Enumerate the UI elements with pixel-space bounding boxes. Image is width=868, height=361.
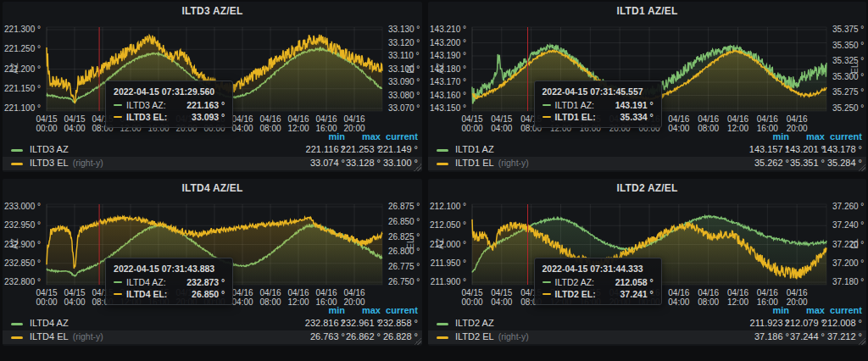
shared-crosshair-tooltip: 2022-04-15 07:31:43.883 ILTD4 AZ:232.873… — [105, 258, 233, 305]
y-axis-left-tick: 221.100 ° — [3, 104, 41, 113]
y-axis-left-tick: 221.150 ° — [3, 85, 41, 93]
panel: ILTD2 AZ/EL AZ EL 2022-04-15 07:31:44.33… — [428, 179, 866, 346]
y-axis-right-tick: 33.090 ° — [388, 78, 420, 86]
tooltip-series-name: ILTD2 AZ: — [555, 277, 595, 287]
legend-series-name[interactable]: ILTD1 AZ — [455, 144, 494, 154]
y-axis-right-tick: 33.070 ° — [388, 104, 420, 113]
y-axis-left-tick: 221.200 ° — [3, 65, 41, 74]
legend-axis-suffix: (right-y) — [498, 331, 529, 342]
panel: ILTD1 AZ/EL AZ EL 2022-04-15 07:31:45.55… — [428, 2, 866, 172]
legend-series-label: ILTD3 AZ — [30, 144, 69, 154]
series-color-marker-icon — [114, 293, 122, 295]
y-axis-left-tick: 221.250 ° — [3, 45, 41, 53]
y-axis-left-tick: 143.190 ° — [428, 52, 466, 60]
tooltip-series-row: ILTD2 EL:37.241 ° — [542, 289, 654, 299]
legend-header-current[interactable]: current — [830, 305, 862, 315]
y-axis-right-tick: 37.180 ° — [832, 278, 864, 286]
x-axis-tick-date: 04/16 — [778, 114, 815, 124]
y-axis-left-tick: 212.100 ° — [428, 203, 466, 211]
panel-title[interactable]: ILTD2 AZ/EL — [428, 182, 866, 194]
series-color-marker-icon — [542, 281, 551, 283]
tooltip-series-row: ILTD4 AZ:232.873 ° — [114, 277, 225, 287]
panel-resize-handle[interactable] — [858, 337, 865, 345]
y-axis-right-tick: 37.260 ° — [832, 203, 864, 211]
tooltip-timestamp: 2022-04-15 07:31:44.333 — [542, 264, 654, 274]
x-axis-tick-date: 04/16 — [336, 114, 373, 124]
legend-header-current[interactable]: current — [386, 305, 418, 315]
y-axis-right-tick: 37.240 ° — [832, 221, 864, 230]
y-axis-right-tick: 35.275 ° — [832, 88, 864, 97]
legend-axis-suffix: (right-y) — [73, 158, 103, 168]
y-axis-left-tick: 143.200 ° — [428, 39, 466, 47]
legend-series-label: ILTD1 EL — [455, 158, 494, 168]
shared-crosshair-tooltip: 2022-04-15 07:31:29.560 ILTD3 AZ:221.163… — [105, 81, 233, 128]
panel: ILTD4 AZ/EL AZ EL 2022-04-15 07:31:43.88… — [3, 179, 422, 346]
legend-series-name[interactable]: ILTD3 AZ — [30, 144, 69, 154]
x-axis-tick-time: 20:00 — [778, 297, 815, 307]
tooltip-series-name: ILTD4 AZ: — [126, 277, 166, 287]
legend-header-current[interactable]: current — [830, 131, 862, 142]
tooltip-timestamp: 2022-04-15 07:31:29.560 — [114, 86, 225, 97]
tooltip-series-name: ILTD3 AZ: — [126, 100, 166, 110]
legend-series-name[interactable]: ILTD2 AZ — [455, 318, 494, 328]
y-axis-left-tick: 211.950 ° — [428, 259, 466, 268]
legend-series-name[interactable]: ILTD2 EL(right-y) — [455, 331, 529, 342]
tooltip-series-name: ILTD1 EL: — [555, 112, 596, 122]
tooltip-series-value: 143.191 ° — [596, 100, 654, 110]
tooltip-series-value: 232.873 ° — [167, 277, 225, 287]
y-axis-right-tick: 33.100 ° — [388, 65, 420, 74]
tooltip-series-row: ILTD1 AZ:143.191 ° — [542, 100, 654, 110]
shared-crosshair-tooltip: 2022-04-15 07:31:44.333 ILTD2 AZ:212.058… — [534, 258, 662, 305]
legend-series-name[interactable]: ILTD4 AZ — [30, 318, 69, 328]
series-color-marker-icon — [114, 104, 122, 106]
legend-header-current[interactable]: current — [386, 131, 418, 142]
panel-title[interactable]: ILTD1 AZ/EL — [428, 5, 866, 17]
series-color-marker-icon — [542, 116, 551, 118]
tooltip-series-row: ILTD3 AZ:221.163 ° — [114, 100, 225, 110]
x-axis-tick-time: 20:00 — [336, 297, 373, 307]
tooltip-timestamp: 2022-04-15 07:31:43.883 — [114, 264, 225, 274]
y-axis-left-tick: 232.800 ° — [3, 278, 41, 286]
panel-resize-handle[interactable] — [858, 164, 865, 171]
tooltip-series-name: ILTD2 EL: — [555, 289, 596, 299]
x-axis-tick-date: 04/16 — [336, 288, 373, 297]
y-axis-right-tick: 33.120 ° — [388, 39, 420, 47]
panel-resize-handle[interactable] — [414, 337, 421, 345]
tooltip-series-value: 33.093 ° — [167, 112, 225, 122]
y-axis-left-tick: 233.000 ° — [3, 203, 41, 211]
y-axis-left-tick: 232.850 ° — [3, 259, 41, 268]
tooltip-series-value: 26.850 ° — [167, 289, 225, 299]
series-color-marker-icon — [542, 104, 551, 106]
y-axis-left-tick: 212.000 ° — [428, 241, 466, 249]
tooltip-series-name: ILTD1 AZ: — [555, 100, 595, 110]
y-axis-right-tick: 35.250 ° — [832, 104, 864, 113]
y-axis-left-tick: 212.050 ° — [428, 221, 466, 230]
tooltip-timestamp: 2022-04-15 07:31:45.557 — [542, 86, 654, 97]
y-axis-left-tick: 232.950 ° — [3, 221, 41, 230]
legend-series-label: ILTD1 AZ — [455, 144, 494, 154]
y-axis-right-tick: 26.875 ° — [388, 203, 420, 211]
legend-axis-suffix: (right-y) — [498, 158, 529, 168]
legend-axis-suffix: (right-y) — [73, 331, 103, 342]
x-axis-tick-date: 04/16 — [778, 288, 815, 297]
y-axis-right-tick: 26.800 ° — [388, 247, 420, 256]
legend-series-label: ILTD2 AZ — [455, 318, 494, 328]
y-axis-right-tick: 26.825 ° — [388, 233, 420, 242]
legend-series-name[interactable]: ILTD4 EL(right-y) — [30, 331, 103, 342]
y-axis-left-tick: 211.900 ° — [428, 278, 466, 286]
tooltip-series-row: ILTD1 EL:35.334 ° — [542, 112, 654, 122]
tooltip-series-value: 37.241 ° — [596, 289, 654, 299]
y-axis-left-tick: 143.160 ° — [428, 92, 466, 100]
panel-title[interactable]: ILTD4 AZ/EL — [3, 182, 422, 194]
shared-crosshair-tooltip: 2022-04-15 07:31:45.557 ILTD1 AZ:143.191… — [534, 81, 662, 128]
tooltip-series-row: ILTD3 EL:33.093 ° — [114, 112, 225, 122]
legend-series-name[interactable]: ILTD1 EL(right-y) — [455, 158, 529, 168]
y-axis-left-tick: 143.170 ° — [428, 78, 466, 86]
legend-series-name[interactable]: ILTD3 EL(right-y) — [30, 158, 103, 168]
x-axis-tick-time: 20:00 — [336, 124, 373, 133]
y-axis-left-tick: 232.900 ° — [3, 241, 41, 249]
panel-resize-handle[interactable] — [414, 164, 421, 171]
y-axis-right-tick: 26.850 ° — [388, 218, 420, 226]
tooltip-series-value: 35.334 ° — [596, 112, 654, 122]
panel-title[interactable]: ILTD3 AZ/EL — [3, 5, 422, 17]
